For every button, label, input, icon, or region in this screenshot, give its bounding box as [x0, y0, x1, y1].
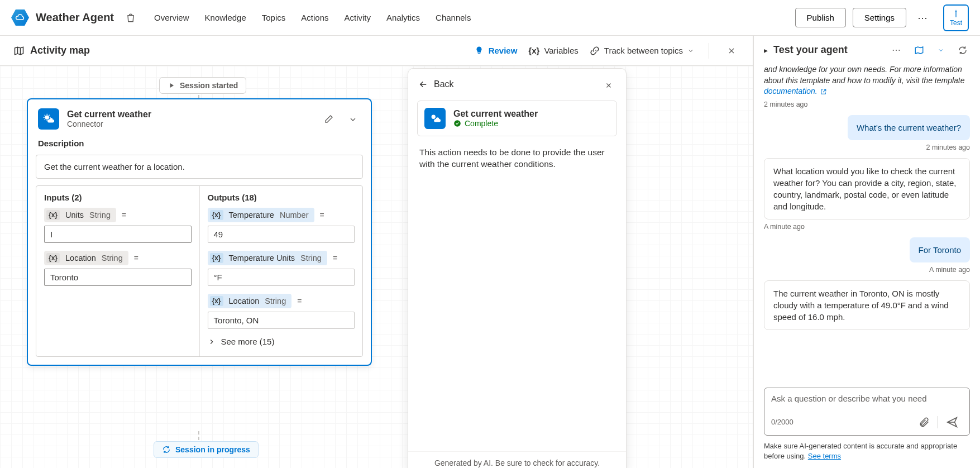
- test-button-label: Test: [950, 19, 962, 27]
- connector-node[interactable]: Get current weather Connector Descriptio…: [27, 98, 372, 366]
- output-value-location: Toronto, ON: [208, 312, 355, 329]
- play-icon: [168, 82, 175, 89]
- lightbulb-icon: [474, 46, 484, 56]
- bot-message: The current weather in Toronto, ON is mo…: [764, 280, 970, 330]
- output-var-location[interactable]: {x} Location String: [208, 294, 292, 308]
- map-icon: [13, 45, 25, 56]
- variable-icon: {x}: [46, 210, 60, 220]
- close-canvas-button[interactable]: [724, 42, 739, 59]
- nav-tabs: Overview Knowledge Topics Actions Activi…: [154, 11, 471, 25]
- nav-tab-analytics[interactable]: Analytics: [386, 11, 420, 25]
- canvas-area: Activity map Review {x} Variables Track …: [0, 36, 753, 468]
- more-button[interactable]: ⋯: [913, 7, 932, 28]
- edit-icon[interactable]: [321, 111, 337, 127]
- intro-text: and knowledge for your own needs. For mo…: [764, 64, 970, 97]
- detail-summary-card: Get current weather Complete: [417, 101, 617, 136]
- timestamp: 2 minutes ago: [764, 144, 970, 151]
- detail-status: Complete: [453, 119, 538, 128]
- detail-footer: Generated by AI. Be sure to check for ac…: [408, 451, 626, 468]
- nav-tab-channels[interactable]: Channels: [436, 11, 471, 25]
- nav-tab-actions[interactable]: Actions: [301, 11, 328, 25]
- detail-body: This action needs to be done to provide …: [408, 136, 626, 452]
- output-var-temperature[interactable]: {x} Temperature Number: [208, 208, 314, 222]
- timestamp: A minute ago: [764, 223, 970, 231]
- test-pane: ▸ Test your agent ⋯ and knowledge for yo…: [753, 36, 980, 468]
- svg-point-2: [454, 120, 461, 127]
- close-detail-button[interactable]: [601, 77, 616, 92]
- chevron-down-icon[interactable]: [345, 111, 361, 127]
- attach-icon[interactable]: [914, 414, 934, 430]
- input-var-location[interactable]: {x} Location String: [44, 251, 128, 265]
- session-started-chip: Session started: [159, 77, 246, 94]
- settings-button[interactable]: Settings: [853, 8, 906, 27]
- input-value-units[interactable]: I: [44, 226, 192, 243]
- chevron-right-icon: [208, 338, 216, 346]
- external-link-icon: [820, 88, 827, 95]
- link-icon: [590, 46, 600, 56]
- weather-icon: [424, 108, 446, 129]
- variable-icon: {x}: [210, 210, 223, 220]
- graph-surface[interactable]: Session started Get current weather Conn…: [0, 66, 753, 468]
- svg-point-0: [45, 116, 49, 120]
- timestamp: 2 minutes ago: [764, 101, 970, 108]
- refresh-icon: [162, 445, 171, 454]
- description-text: Get the current weather for a location.: [36, 155, 363, 179]
- output-var-temp-units[interactable]: {x} Temperature Units String: [208, 251, 327, 265]
- see-terms-link[interactable]: See terms: [808, 452, 841, 460]
- action-detail-pane: Back Get current weather: [408, 68, 627, 468]
- canvas-toolbar: Activity map Review {x} Variables Track …: [0, 36, 753, 66]
- chevron-down-icon[interactable]: [935, 43, 946, 58]
- app-logo: [11, 9, 29, 27]
- outputs-column: Outputs (18) {x} Temperature Number = 49: [199, 186, 363, 356]
- documentation-link[interactable]: documentation.: [764, 87, 818, 95]
- variable-icon: {x}: [46, 253, 60, 263]
- back-button[interactable]: Back: [418, 79, 454, 89]
- map-icon[interactable]: [912, 42, 926, 58]
- check-circle-icon: [453, 120, 461, 127]
- chevron-down-icon: [687, 47, 694, 54]
- refresh-icon[interactable]: [955, 42, 970, 58]
- variable-icon: {x}: [210, 253, 223, 263]
- bot-message: What location would you like to check th…: [764, 158, 970, 219]
- nav-tab-activity[interactable]: Activity: [345, 11, 371, 25]
- nav-tab-overview[interactable]: Overview: [154, 11, 189, 25]
- composer: 0/2000: [764, 388, 970, 436]
- see-more-button[interactable]: See more (15): [208, 337, 355, 346]
- input-value-location[interactable]: Toronto: [44, 269, 192, 286]
- description-label: Description: [28, 135, 371, 151]
- track-topics-button[interactable]: Track between topics: [590, 46, 694, 56]
- input-var-units[interactable]: {x} Units String: [44, 208, 116, 222]
- output-value-temperature: 49: [208, 226, 355, 243]
- test-button[interactable]: Test: [943, 4, 969, 31]
- app-name: Weather Agent: [36, 11, 114, 24]
- chat-input[interactable]: [771, 394, 963, 403]
- outputs-heading: Outputs (18): [208, 193, 355, 202]
- node-title: Get current weather: [67, 109, 151, 120]
- nav-tab-topics[interactable]: Topics: [262, 11, 286, 25]
- weather-icon: [38, 108, 59, 130]
- test-pane-title: Test your agent: [773, 44, 881, 56]
- inputs-column: Inputs (2) {x} Units String = I: [36, 186, 199, 356]
- timestamp: A minute ago: [764, 266, 970, 274]
- session-in-progress-chip: Session in progress: [154, 441, 259, 458]
- review-toggle[interactable]: Review: [474, 46, 518, 56]
- nav-tab-knowledge[interactable]: Knowledge: [205, 11, 246, 25]
- user-message: What's the current weather?: [848, 115, 970, 140]
- shopping-bag-icon[interactable]: [125, 12, 136, 23]
- variables-button[interactable]: {x} Variables: [528, 46, 578, 55]
- svg-point-1: [432, 114, 436, 118]
- output-value-temp-units: °F: [208, 269, 355, 286]
- user-message: For Toronto: [910, 237, 970, 262]
- detail-title: Get current weather: [453, 109, 538, 119]
- more-icon[interactable]: ⋯: [890, 42, 903, 58]
- collapse-icon[interactable]: ▸: [764, 46, 768, 55]
- inputs-heading: Inputs (2): [44, 193, 192, 202]
- disclaimer: Make sure AI-generated content is accura…: [754, 441, 980, 468]
- publish-button[interactable]: Publish: [795, 8, 846, 27]
- variable-icon: {x}: [528, 46, 539, 55]
- chat-scroll[interactable]: and knowledge for your own needs. For mo…: [754, 64, 980, 382]
- top-bar: Weather Agent Overview Knowledge Topics …: [0, 0, 980, 36]
- node-subtitle: Connector: [67, 120, 151, 128]
- char-count: 0/2000: [771, 418, 914, 426]
- send-icon[interactable]: [941, 414, 963, 431]
